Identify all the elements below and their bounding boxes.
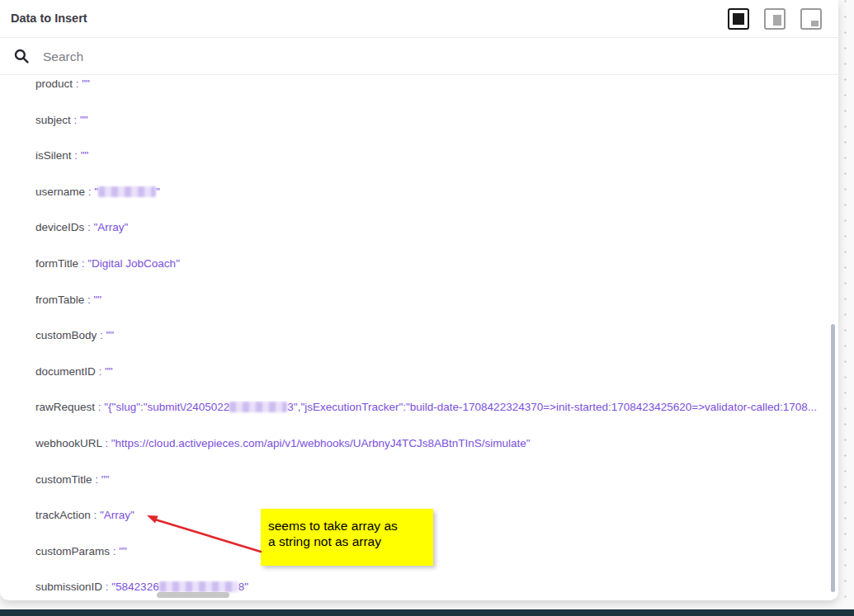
panel-size-small-icon (811, 21, 819, 26)
data-row[interactable]: customParams : "" (35, 545, 838, 581)
row-key: webhookURL (35, 437, 102, 449)
row-key: formTitle (35, 257, 78, 270)
row-key: product (35, 78, 73, 90)
row-value: "" (119, 545, 127, 557)
vertical-scrollbar-thumb[interactable] (831, 324, 835, 592)
row-value: "5842326 (111, 581, 158, 593)
panel-size-half-button[interactable] (764, 8, 786, 30)
search-icon (14, 49, 29, 63)
row-value: "" (82, 78, 90, 90)
row-value: "" (101, 473, 110, 486)
panel-size-small-button[interactable] (800, 8, 822, 30)
data-row[interactable]: customTitle : "" (35, 473, 838, 510)
redacted-value (98, 186, 156, 197)
data-row[interactable]: documentID : "" (35, 365, 838, 402)
data-row[interactable]: deviceIDs : "Array" (35, 221, 838, 257)
row-key: customParams (35, 545, 110, 557)
row-value: "Array" (100, 509, 134, 521)
row-value: "Array" (94, 221, 129, 233)
data-row[interactable]: webhookURL : "https://cloud.activepieces… (35, 437, 838, 473)
row-key: fromTable (35, 294, 84, 306)
search-bar (0, 38, 838, 75)
data-row[interactable]: submissionID : "58423268" (35, 581, 838, 600)
panel-size-half-icon (773, 15, 781, 26)
sticky-note-annotation: seems to take array as a string not as a… (261, 509, 433, 566)
redacted-value (159, 581, 238, 592)
row-value: "" (80, 114, 88, 126)
row-key: deviceIDs (35, 221, 84, 233)
row-value: "Digital JobCoach" (87, 257, 180, 270)
data-row[interactable]: username : "" (35, 186, 838, 222)
row-key: subject (35, 114, 71, 126)
row-value: "" (94, 294, 102, 306)
data-row[interactable]: trackAction : "Array" (35, 509, 838, 545)
row-key: username (35, 186, 85, 198)
row-key: isSilent (35, 149, 72, 162)
row-value: "https://cloud.activepieces.com/api/v1/w… (111, 437, 531, 449)
row-value: "" (81, 149, 89, 162)
page-title: Data to Insert (11, 12, 87, 25)
data-row[interactable]: product : "" (35, 78, 838, 114)
row-value: "" (105, 365, 113, 378)
row-value-suffix: 3","jsExecutionTracker":"build-date-1708… (287, 401, 817, 413)
row-value-suffix: " (156, 186, 160, 198)
row-key: customTitle (35, 473, 92, 486)
redacted-value (229, 402, 287, 412)
row-key: customBody (35, 329, 97, 341)
horizontal-scrollbar-thumb[interactable] (157, 592, 229, 598)
panel-size-large-icon (733, 13, 744, 25)
data-row[interactable]: subject : "" (35, 114, 838, 150)
panel-size-controls (728, 8, 822, 30)
row-key: documentID (35, 365, 96, 378)
row-value-suffix: 8" (238, 581, 248, 593)
row-key: submissionID (35, 581, 102, 593)
bottom-bar (0, 609, 854, 616)
data-row[interactable]: customBody : "" (35, 329, 838, 365)
row-key: rawRequest (35, 401, 95, 413)
data-row[interactable]: isSilent : "" (35, 149, 838, 186)
panel-size-large-button[interactable] (728, 8, 749, 30)
row-value: "" (106, 329, 115, 341)
data-row[interactable]: rawRequest : "{"slug":"submit\/24050223"… (35, 401, 838, 437)
data-row[interactable]: formTitle : "Digital JobCoach" (35, 257, 838, 294)
row-value: "{"slug":"submit\/2405022 (104, 401, 229, 413)
row-key: trackAction (35, 509, 91, 521)
data-row[interactable]: fromTable : "" (35, 294, 838, 330)
panel-header: Data to Insert (0, 0, 838, 38)
search-input[interactable] (43, 46, 620, 67)
